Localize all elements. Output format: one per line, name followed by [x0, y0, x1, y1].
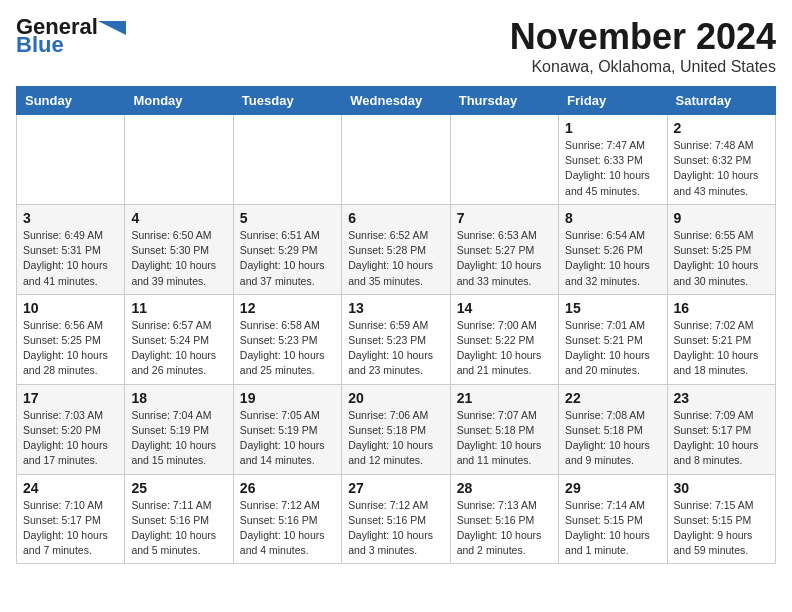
calendar-cell: 5Sunrise: 6:51 AM Sunset: 5:29 PM Daylig… [233, 204, 341, 294]
calendar-cell: 10Sunrise: 6:56 AM Sunset: 5:25 PM Dayli… [17, 294, 125, 384]
header-tuesday: Tuesday [233, 87, 341, 115]
day-info: Sunrise: 6:58 AM Sunset: 5:23 PM Dayligh… [240, 318, 335, 379]
day-info: Sunrise: 7:14 AM Sunset: 5:15 PM Dayligh… [565, 498, 660, 559]
day-info: Sunrise: 7:05 AM Sunset: 5:19 PM Dayligh… [240, 408, 335, 469]
day-info: Sunrise: 7:15 AM Sunset: 5:15 PM Dayligh… [674, 498, 769, 559]
day-number: 27 [348, 480, 443, 496]
page-header: General Blue November 2024 Konawa, Oklah… [16, 16, 776, 76]
calendar-cell: 30Sunrise: 7:15 AM Sunset: 5:15 PM Dayli… [667, 474, 775, 564]
day-info: Sunrise: 7:47 AM Sunset: 6:33 PM Dayligh… [565, 138, 660, 199]
week-row-1: 1Sunrise: 7:47 AM Sunset: 6:33 PM Daylig… [17, 115, 776, 205]
day-info: Sunrise: 6:49 AM Sunset: 5:31 PM Dayligh… [23, 228, 118, 289]
calendar-cell [233, 115, 341, 205]
logo-blue: Blue [16, 34, 64, 56]
calendar-cell: 19Sunrise: 7:05 AM Sunset: 5:19 PM Dayli… [233, 384, 341, 474]
day-info: Sunrise: 7:09 AM Sunset: 5:17 PM Dayligh… [674, 408, 769, 469]
week-row-2: 3Sunrise: 6:49 AM Sunset: 5:31 PM Daylig… [17, 204, 776, 294]
week-row-5: 24Sunrise: 7:10 AM Sunset: 5:17 PM Dayli… [17, 474, 776, 564]
calendar-cell: 22Sunrise: 7:08 AM Sunset: 5:18 PM Dayli… [559, 384, 667, 474]
calendar-cell: 7Sunrise: 6:53 AM Sunset: 5:27 PM Daylig… [450, 204, 558, 294]
day-number: 3 [23, 210, 118, 226]
calendar-cell: 18Sunrise: 7:04 AM Sunset: 5:19 PM Dayli… [125, 384, 233, 474]
day-info: Sunrise: 7:13 AM Sunset: 5:16 PM Dayligh… [457, 498, 552, 559]
day-info: Sunrise: 7:11 AM Sunset: 5:16 PM Dayligh… [131, 498, 226, 559]
calendar-cell: 3Sunrise: 6:49 AM Sunset: 5:31 PM Daylig… [17, 204, 125, 294]
header-monday: Monday [125, 87, 233, 115]
calendar-cell [17, 115, 125, 205]
day-number: 2 [674, 120, 769, 136]
day-number: 21 [457, 390, 552, 406]
day-number: 17 [23, 390, 118, 406]
location-title: Konawa, Oklahoma, United States [510, 58, 776, 76]
day-number: 15 [565, 300, 660, 316]
day-number: 4 [131, 210, 226, 226]
day-number: 7 [457, 210, 552, 226]
logo-arrow-icon [98, 21, 126, 35]
calendar-cell: 2Sunrise: 7:48 AM Sunset: 6:32 PM Daylig… [667, 115, 775, 205]
day-number: 9 [674, 210, 769, 226]
day-info: Sunrise: 7:10 AM Sunset: 5:17 PM Dayligh… [23, 498, 118, 559]
day-info: Sunrise: 7:03 AM Sunset: 5:20 PM Dayligh… [23, 408, 118, 469]
day-number: 16 [674, 300, 769, 316]
calendar-cell: 26Sunrise: 7:12 AM Sunset: 5:16 PM Dayli… [233, 474, 341, 564]
calendar-cell: 4Sunrise: 6:50 AM Sunset: 5:30 PM Daylig… [125, 204, 233, 294]
day-number: 28 [457, 480, 552, 496]
day-number: 29 [565, 480, 660, 496]
day-number: 22 [565, 390, 660, 406]
month-title: November 2024 [510, 16, 776, 58]
day-info: Sunrise: 7:48 AM Sunset: 6:32 PM Dayligh… [674, 138, 769, 199]
day-number: 18 [131, 390, 226, 406]
header-friday: Friday [559, 87, 667, 115]
calendar-cell: 29Sunrise: 7:14 AM Sunset: 5:15 PM Dayli… [559, 474, 667, 564]
day-info: Sunrise: 6:52 AM Sunset: 5:28 PM Dayligh… [348, 228, 443, 289]
day-number: 6 [348, 210, 443, 226]
day-info: Sunrise: 6:57 AM Sunset: 5:24 PM Dayligh… [131, 318, 226, 379]
calendar-cell: 13Sunrise: 6:59 AM Sunset: 5:23 PM Dayli… [342, 294, 450, 384]
logo: General Blue [16, 16, 126, 56]
calendar-cell [125, 115, 233, 205]
day-info: Sunrise: 6:54 AM Sunset: 5:26 PM Dayligh… [565, 228, 660, 289]
weekday-header-row: Sunday Monday Tuesday Wednesday Thursday… [17, 87, 776, 115]
header-saturday: Saturday [667, 87, 775, 115]
calendar-cell: 16Sunrise: 7:02 AM Sunset: 5:21 PM Dayli… [667, 294, 775, 384]
calendar-cell: 25Sunrise: 7:11 AM Sunset: 5:16 PM Dayli… [125, 474, 233, 564]
calendar-cell: 20Sunrise: 7:06 AM Sunset: 5:18 PM Dayli… [342, 384, 450, 474]
week-row-4: 17Sunrise: 7:03 AM Sunset: 5:20 PM Dayli… [17, 384, 776, 474]
calendar-cell: 21Sunrise: 7:07 AM Sunset: 5:18 PM Dayli… [450, 384, 558, 474]
day-info: Sunrise: 7:06 AM Sunset: 5:18 PM Dayligh… [348, 408, 443, 469]
calendar-cell: 1Sunrise: 7:47 AM Sunset: 6:33 PM Daylig… [559, 115, 667, 205]
day-info: Sunrise: 7:04 AM Sunset: 5:19 PM Dayligh… [131, 408, 226, 469]
day-info: Sunrise: 6:50 AM Sunset: 5:30 PM Dayligh… [131, 228, 226, 289]
day-number: 20 [348, 390, 443, 406]
header-thursday: Thursday [450, 87, 558, 115]
calendar-cell: 23Sunrise: 7:09 AM Sunset: 5:17 PM Dayli… [667, 384, 775, 474]
calendar-cell: 12Sunrise: 6:58 AM Sunset: 5:23 PM Dayli… [233, 294, 341, 384]
calendar-cell: 14Sunrise: 7:00 AM Sunset: 5:22 PM Dayli… [450, 294, 558, 384]
day-info: Sunrise: 7:12 AM Sunset: 5:16 PM Dayligh… [348, 498, 443, 559]
day-info: Sunrise: 6:51 AM Sunset: 5:29 PM Dayligh… [240, 228, 335, 289]
day-info: Sunrise: 7:00 AM Sunset: 5:22 PM Dayligh… [457, 318, 552, 379]
day-info: Sunrise: 6:56 AM Sunset: 5:25 PM Dayligh… [23, 318, 118, 379]
calendar-table: Sunday Monday Tuesday Wednesday Thursday… [16, 86, 776, 564]
calendar-cell: 28Sunrise: 7:13 AM Sunset: 5:16 PM Dayli… [450, 474, 558, 564]
day-number: 11 [131, 300, 226, 316]
day-info: Sunrise: 7:07 AM Sunset: 5:18 PM Dayligh… [457, 408, 552, 469]
header-sunday: Sunday [17, 87, 125, 115]
day-number: 12 [240, 300, 335, 316]
day-info: Sunrise: 6:53 AM Sunset: 5:27 PM Dayligh… [457, 228, 552, 289]
day-number: 25 [131, 480, 226, 496]
header-wednesday: Wednesday [342, 87, 450, 115]
day-number: 8 [565, 210, 660, 226]
day-number: 14 [457, 300, 552, 316]
calendar-cell: 11Sunrise: 6:57 AM Sunset: 5:24 PM Dayli… [125, 294, 233, 384]
week-row-3: 10Sunrise: 6:56 AM Sunset: 5:25 PM Dayli… [17, 294, 776, 384]
day-number: 26 [240, 480, 335, 496]
calendar-cell: 9Sunrise: 6:55 AM Sunset: 5:25 PM Daylig… [667, 204, 775, 294]
day-info: Sunrise: 7:01 AM Sunset: 5:21 PM Dayligh… [565, 318, 660, 379]
calendar-title-area: November 2024 Konawa, Oklahoma, United S… [510, 16, 776, 76]
day-number: 19 [240, 390, 335, 406]
calendar-cell: 24Sunrise: 7:10 AM Sunset: 5:17 PM Dayli… [17, 474, 125, 564]
calendar-cell: 27Sunrise: 7:12 AM Sunset: 5:16 PM Dayli… [342, 474, 450, 564]
day-number: 1 [565, 120, 660, 136]
day-number: 10 [23, 300, 118, 316]
